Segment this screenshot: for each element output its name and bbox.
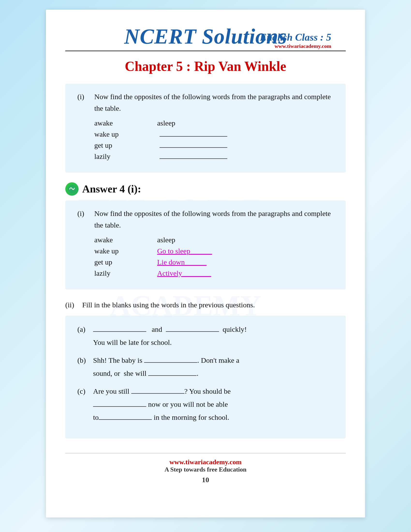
- class-label: English Class : 5: [260, 31, 331, 43]
- fill-item-c: (c) Are you still ? You should be now or…: [77, 385, 334, 424]
- badge-website: www.tiwariacademy.com: [260, 43, 331, 49]
- ans-text-i: Now find the opposites of the following …: [94, 208, 334, 231]
- part-ii-text: Fill in the blanks using the words in th…: [82, 299, 255, 311]
- ans-opp-getup: Lie down______: [157, 258, 206, 266]
- top-badge: English Class : 5 www.tiwariacademy.com: [260, 31, 331, 49]
- ans-opp-wakeup: Go to sleep______: [157, 247, 212, 255]
- ans-word-lazily: lazily: [94, 269, 157, 277]
- part-ii-question: (ii) Fill in the blanks using the words …: [65, 299, 346, 311]
- ans-word-awake: awake: [94, 236, 157, 244]
- ans-opp-asleep: asleep: [157, 236, 225, 244]
- footer: www.tiwariacademy.com A Step towards fre…: [65, 453, 346, 484]
- ans-row-getup: get up Lie down______: [94, 258, 334, 266]
- word-row-lazily: lazily: [94, 152, 334, 161]
- question-box: (i) Now find the opposites of the follow…: [65, 84, 346, 173]
- answer-heading: Answer 4 (i):: [65, 182, 346, 196]
- question-item-i: (i) Now find the opposites of the follow…: [77, 91, 334, 161]
- blank-a1: [93, 331, 146, 332]
- word-wakeup: wake up: [94, 130, 157, 138]
- answer-text-i: (i) Now find the opposites of the follow…: [77, 208, 334, 231]
- ans-word-getup: get up: [94, 258, 157, 266]
- word-row-getup: get up: [94, 141, 334, 150]
- ans-row-lazily: lazily Actively________: [94, 269, 334, 277]
- word-awake: awake: [94, 119, 157, 127]
- q-num-i: (i): [77, 91, 89, 114]
- fill-section: (a) and quickly! You will be late for sc…: [65, 316, 346, 438]
- blank-c1: [131, 393, 185, 394]
- opp-asleep: asleep: [157, 119, 225, 127]
- blank-wakeup: [159, 136, 227, 137]
- question-text-i: (i) Now find the opposites of the follow…: [77, 91, 334, 114]
- fill-content-a: and quickly! You will be late for school…: [93, 323, 334, 349]
- word-row-awake: awake asleep: [94, 119, 334, 127]
- blank-b2: [148, 375, 196, 376]
- fill-item-b: (b) Shh! The baby is . Don't make a soun…: [77, 354, 334, 380]
- word-lazily: lazily: [94, 152, 157, 161]
- part-ii: (ii) Fill in the blanks using the words …: [65, 299, 346, 438]
- blank-a2: [166, 331, 219, 332]
- tiwari-logo-svg: [67, 184, 77, 194]
- title-divider: [65, 50, 346, 51]
- fill-alpha-c: (c): [77, 385, 89, 424]
- blank-lazily: [159, 158, 227, 159]
- fill-item-a: (a) and quickly! You will be late for sc…: [77, 323, 334, 349]
- footer-website: www.tiwariacademy.com: [65, 458, 346, 466]
- fill-row-b: (b) Shh! The baby is . Don't make a soun…: [77, 354, 334, 380]
- fill-content-c: Are you still ? You should be now or you…: [93, 385, 334, 424]
- answer-title: Answer 4 (i):: [82, 183, 141, 195]
- blank-c3: [99, 419, 152, 420]
- fill-row-c: (c) Are you still ? You should be now or…: [77, 385, 334, 424]
- blank-b1: [144, 362, 197, 363]
- page: TIWARI ACADEMY English Class : 5 www.tiw…: [46, 10, 365, 517]
- ans-word-wakeup: wake up: [94, 247, 157, 255]
- footer-page: 10: [65, 476, 346, 484]
- ans-row-wakeup: wake up Go to sleep______: [94, 247, 334, 255]
- word-table: awake asleep wake up get up lazily: [94, 119, 334, 161]
- answer-word-table: awake asleep wake up Go to sleep______ g…: [94, 236, 334, 277]
- fill-alpha-b: (b): [77, 354, 89, 380]
- word-getup: get up: [94, 141, 157, 150]
- word-row-wakeup: wake up: [94, 130, 334, 138]
- fill-alpha-a: (a): [77, 323, 89, 349]
- q-text-i: Now find the opposites of the following …: [94, 91, 334, 114]
- answer-item-i: (i) Now find the opposites of the follow…: [77, 208, 334, 277]
- blank-c2: [93, 406, 146, 407]
- ans-row-awake: awake asleep: [94, 236, 334, 244]
- blank-getup: [159, 147, 227, 148]
- fill-content-b: Shh! The baby is . Don't make a sound, o…: [93, 354, 334, 380]
- chapter-title: Chapter 5 : Rip Van Winkle: [65, 58, 346, 74]
- footer-tagline: A Step towards free Education: [65, 466, 346, 473]
- tiwari-icon: [65, 182, 79, 196]
- answer-box: (i) Now find the opposites of the follow…: [65, 200, 346, 289]
- part-ii-num: (ii): [65, 299, 77, 311]
- fill-row-a: (a) and quickly! You will be late for sc…: [77, 323, 334, 349]
- ans-num-i: (i): [77, 208, 89, 231]
- ans-opp-lazily: Actively________: [157, 269, 211, 277]
